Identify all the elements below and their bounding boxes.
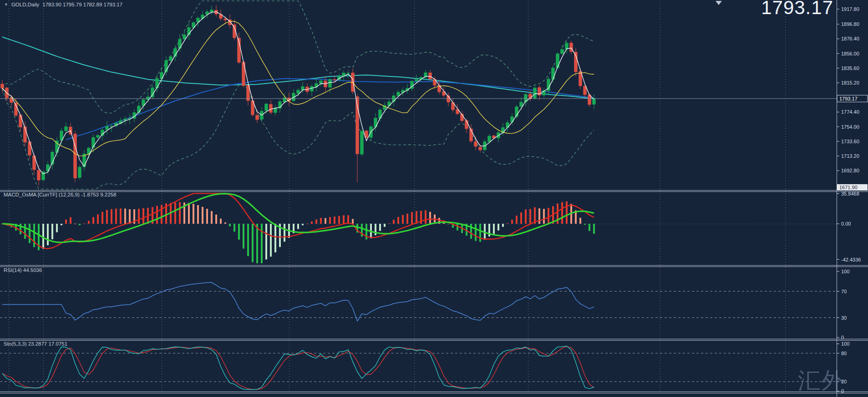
svg-text:100: 100 (841, 341, 849, 347)
symbol-info: ▼ GOLD,Daily 1783.90 1795.79 1782.89 179… (4, 2, 122, 7)
rsi-panel[interactable] (0, 282, 837, 321)
price-scale[interactable]: 1917.801896.801876.401856.001835.601815.… (837, 0, 868, 397)
svg-text:1896.80: 1896.80 (841, 21, 859, 27)
svg-text:1917.80: 1917.80 (841, 6, 859, 12)
chart-shift-marker (716, 1, 722, 5)
current-price-display: 1793.17 (761, 0, 833, 19)
main-price-panel[interactable] (0, 1, 837, 189)
svg-text:-42.4336: -42.4336 (841, 257, 861, 262)
symbol-timeframe: GOLD,Daily (11, 2, 39, 7)
low-price-badge: 1671.90 (837, 184, 868, 191)
svg-text:1793.17: 1793.17 (839, 96, 858, 101)
stochastic-label: Sto(5,3,3) 23.2877 17.0751 (4, 341, 67, 347)
svg-text:1733.60: 1733.60 (841, 139, 859, 144)
macd-label: MACD_OsMA [CurrTF] (12,26,9) -1.8753 9.2… (4, 192, 116, 197)
svg-text:0.00: 0.00 (841, 221, 851, 226)
svg-text:1876.40: 1876.40 (841, 36, 859, 41)
svg-text:35.8468: 35.8468 (841, 191, 859, 196)
grid-separators (9, 0, 786, 393)
chart-canvas[interactable]: 1917.801896.801876.401856.001835.601815.… (0, 0, 868, 397)
svg-text:70: 70 (841, 289, 847, 294)
svg-text:0: 0 (841, 335, 844, 340)
svg-text:1815.20: 1815.20 (841, 80, 859, 85)
svg-text:100: 100 (841, 269, 849, 274)
mt4-chart-window: 1917.801896.801876.401856.001835.601815.… (0, 0, 868, 397)
svg-text:1671.90: 1671.90 (839, 185, 858, 190)
stochastic-panel[interactable] (0, 346, 837, 390)
svg-text:1692.80: 1692.80 (841, 168, 859, 173)
svg-text:80: 80 (841, 351, 847, 356)
macd-panel[interactable] (0, 193, 837, 263)
svg-text:1713.20: 1713.20 (841, 153, 859, 159)
watermark-text: 汇外网 (798, 366, 868, 397)
svg-text:1774.40: 1774.40 (841, 109, 859, 115)
chevron-down-icon[interactable]: ▼ (4, 3, 8, 7)
svg-text:30: 30 (841, 315, 847, 321)
ohlc-values: 1783.90 1795.79 1782.89 1793.17 (42, 2, 122, 7)
svg-text:1835.60: 1835.60 (841, 65, 859, 71)
svg-text:1856.00: 1856.00 (841, 51, 859, 56)
svg-text:1754.00: 1754.00 (841, 124, 859, 130)
rsi-label: RSI(14) 44.5036 (4, 267, 42, 273)
current-price-badge: 1793.17 (837, 95, 868, 102)
